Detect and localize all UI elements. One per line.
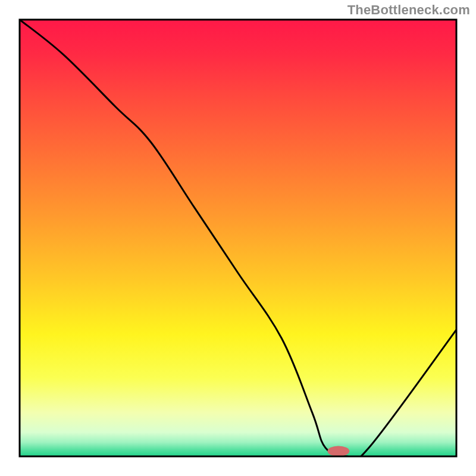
bottleneck-chart [0,0,476,476]
chart-stage: TheBottleneck.com [0,0,476,476]
watermark-text: TheBottleneck.com [347,2,470,18]
optimal-marker [327,446,349,456]
plot-background [20,20,456,456]
